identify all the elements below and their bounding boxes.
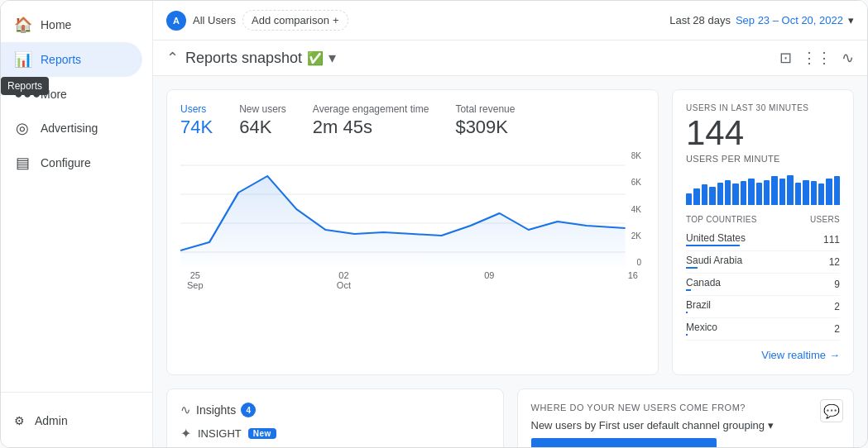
engagement-label: Average engagement time	[313, 103, 429, 115]
mini-bar-item	[826, 179, 832, 205]
engagement-value: 2m 45s	[313, 117, 429, 138]
mini-bar-item	[756, 183, 762, 205]
chart-x-labels: 25Sep 02Oct 09 16	[180, 270, 645, 290]
country-count: 9	[834, 279, 840, 290]
country-name: United States	[686, 232, 746, 244]
share-icon[interactable]: ⋮⋮	[802, 49, 832, 67]
country-bar	[686, 312, 688, 313]
mini-bar-item	[811, 181, 817, 205]
mini-bar-item	[686, 193, 692, 205]
insights-trend-icon: ∿	[180, 403, 191, 417]
new-users-dropdown[interactable]: New users by First user default channel …	[531, 419, 841, 431]
view-realtime-arrow-icon: →	[829, 349, 840, 361]
country-row: Canada 9	[686, 274, 840, 296]
add-comparison-label: Add comparison	[252, 14, 329, 26]
chart-area: 8K 6K 4K 2K 0	[180, 151, 645, 284]
page-header: ⌃ Reports snapshot ✅ ▾ ⊡ ⋮⋮ ∿	[153, 41, 867, 76]
view-realtime-button[interactable]: View realtime →	[686, 349, 840, 361]
verified-icon: ✅	[307, 50, 324, 66]
country-name: Canada	[686, 277, 721, 288]
country-row: Saudi Arabia 12	[686, 251, 840, 274]
home-icon: 🏠	[14, 16, 31, 34]
sidebar-item-reports[interactable]: 📊 Reports Reports	[1, 42, 142, 77]
sidebar-item-reports-label: Reports	[41, 53, 81, 66]
configure-icon: ▤	[14, 154, 31, 172]
x-label-oct16: 16	[628, 270, 638, 290]
metric-revenue: Total revenue $309K	[455, 103, 515, 138]
mini-bar-item	[693, 188, 699, 205]
mini-bar-item	[725, 180, 731, 205]
new-users-value: 64K	[239, 117, 286, 138]
sidebar-item-home-label: Home	[41, 18, 71, 31]
new-users-header: WHERE DO YOUR NEW USERS COME FROM?	[531, 403, 841, 412]
mini-bar-item	[779, 179, 785, 205]
sidebar-item-admin[interactable]: ⚙ Admin	[14, 406, 139, 436]
mini-bar-item	[709, 187, 715, 205]
mini-bar-item	[748, 179, 754, 205]
country-row: Brazil 2	[686, 296, 840, 318]
view-realtime-label: View realtime	[761, 349, 826, 361]
date-dropdown-icon[interactable]: ▾	[848, 14, 854, 26]
x-label-oct09: 09	[484, 270, 494, 290]
mini-bar-item	[771, 176, 777, 205]
collapse-button[interactable]: ⌃	[166, 49, 179, 67]
sidebar-item-advertising[interactable]: ◎ Advertising	[1, 111, 142, 145]
mini-bar-item	[795, 183, 801, 205]
trend-icon[interactable]: ∿	[842, 49, 854, 67]
users-col-label: USERS	[810, 215, 840, 224]
sidebar-item-configure[interactable]: ▤ Configure	[1, 145, 142, 180]
title-dropdown-icon[interactable]: ▾	[328, 49, 336, 67]
user-badge: A	[166, 11, 186, 31]
mini-bar-item	[764, 180, 770, 205]
country-info: Canada	[686, 277, 721, 292]
chat-icon[interactable]: 💬	[820, 399, 843, 422]
sidebar-item-home[interactable]: 🏠 Home	[1, 7, 142, 42]
y-label-6k: 6K	[631, 178, 641, 187]
reports-tooltip: Reports	[1, 77, 49, 95]
revenue-value: $309K	[455, 117, 515, 138]
sidebar-item-configure-label: Configure	[41, 156, 91, 169]
all-users-button[interactable]: All Users	[193, 14, 236, 26]
new-users-label: New users	[239, 103, 286, 115]
date-prefix: Last 28 days	[669, 14, 731, 26]
sidebar: 🏠 Home 📊 Reports Reports ●●● More ◎ Adve…	[1, 1, 153, 448]
admin-icon: ⚙	[14, 414, 25, 427]
page-title-text: Reports snapshot	[185, 50, 302, 67]
mini-bar-item	[787, 175, 793, 205]
insights-badge: 4	[241, 403, 256, 417]
metric-new-users: New users 64K	[239, 103, 286, 138]
country-bar	[686, 245, 740, 246]
page-title: Reports snapshot ✅ ▾	[185, 49, 336, 67]
realtime-label: USERS IN LAST 30 MINUTES	[686, 103, 840, 112]
country-info: Saudi Arabia	[686, 255, 742, 269]
country-list: United States 111 Saudi Arabia 12 Canada…	[686, 229, 840, 341]
y-label-8k: 8K	[631, 151, 641, 160]
country-count: 111	[823, 234, 840, 245]
edit-report-icon[interactable]: ⊡	[779, 49, 792, 67]
new-users-bar-chart	[531, 438, 717, 447]
country-count: 12	[829, 256, 840, 268]
page-header-left: ⌃ Reports snapshot ✅ ▾	[166, 49, 336, 67]
mini-bar-item	[702, 184, 707, 205]
mini-bar-item	[803, 180, 808, 205]
country-info: Brazil	[686, 299, 711, 314]
topbar: A All Users Add comparison + Last 28 day…	[153, 1, 867, 41]
reports-icon: 📊	[14, 50, 31, 69]
insights-card: ∿ Insights 4 ✦ INSIGHT New	[166, 388, 504, 447]
sidebar-nav: 🏠 Home 📊 Reports Reports ●●● More ◎ Adve…	[1, 1, 152, 392]
country-count: 2	[834, 323, 840, 335]
advertising-icon: ◎	[14, 119, 31, 137]
realtime-sub: USERS PER MINUTE	[686, 154, 840, 164]
insight-plus-icon: ✦	[180, 426, 191, 441]
date-range[interactable]: Sep 23 – Oct 20, 2022	[736, 14, 843, 26]
add-comparison-button[interactable]: Add comparison +	[242, 10, 348, 31]
new-users-card: WHERE DO YOUR NEW USERS COME FROM? New u…	[517, 388, 855, 447]
page-header-right: ⊡ ⋮⋮ ∿	[779, 49, 854, 67]
x-label-oct02: 02Oct	[337, 270, 351, 290]
mini-bar-chart	[686, 172, 840, 205]
country-info: Mexico	[686, 322, 717, 336]
mini-bar-item	[741, 181, 746, 205]
insights-title: Insights	[196, 403, 236, 417]
insights-header: ∿ Insights 4	[180, 403, 490, 417]
country-name: Saudi Arabia	[686, 255, 742, 266]
